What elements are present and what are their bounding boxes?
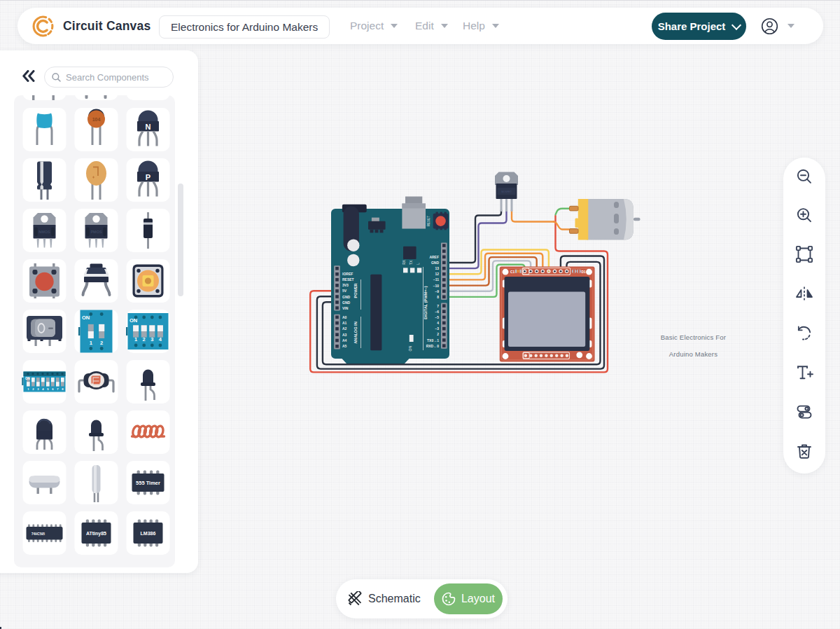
svg-text:MOSFET: MOSFET	[501, 191, 512, 193]
svg-text:~3: ~3	[435, 326, 439, 331]
svg-text:D1: D1	[582, 270, 586, 274]
svg-text:13: 13	[435, 266, 439, 270]
svg-text:RESET: RESET	[342, 277, 354, 282]
svg-text:GND: GND	[342, 300, 351, 305]
svg-text:~6: ~6	[435, 310, 439, 314]
svg-text:P: P	[146, 172, 150, 181]
svg-text:2: 2	[100, 339, 103, 345]
svg-text:NMOS: NMOS	[38, 230, 50, 234]
svg-text:C1: C1	[510, 270, 514, 274]
svg-text:74HC595: 74HC595	[31, 532, 46, 535]
svg-text:TX: TX	[409, 260, 413, 265]
svg-text:TX0→1: TX0→1	[427, 338, 439, 343]
svg-text:IOREF: IOREF	[342, 272, 353, 276]
svg-text:ON: ON	[82, 314, 90, 320]
svg-text:5V: 5V	[342, 289, 347, 293]
svg-text:ON: ON	[408, 346, 412, 352]
svg-text:~10: ~10	[433, 284, 440, 288]
svg-text:A1: A1	[342, 321, 347, 325]
svg-text:GND: GND	[431, 261, 440, 265]
svg-text:L: L	[416, 263, 420, 265]
svg-text:RX: RX	[402, 259, 406, 265]
svg-text:RXD←0: RXD←0	[426, 344, 440, 348]
svg-text:RESET: RESET	[428, 216, 431, 227]
svg-text:1: 1	[134, 336, 137, 343]
svg-text:GND: GND	[342, 295, 351, 299]
svg-text:AREF: AREF	[429, 255, 439, 259]
svg-text:~5: ~5	[435, 315, 439, 319]
svg-text:A4: A4	[342, 338, 347, 343]
svg-text:2: 2	[143, 336, 146, 343]
svg-text:4: 4	[437, 321, 439, 325]
svg-text:104: 104	[92, 116, 101, 121]
svg-text:2: 2	[437, 332, 439, 336]
svg-text:1: 1	[90, 339, 92, 345]
svg-text:7: 7	[437, 304, 439, 308]
svg-text:ATtiny85: ATtiny85	[86, 530, 106, 536]
svg-text:A5: A5	[342, 344, 347, 348]
svg-text:3: 3	[150, 336, 153, 343]
svg-text:8: 8	[437, 295, 439, 299]
svg-text:A3: A3	[342, 333, 347, 337]
svg-text:~11: ~11	[433, 277, 439, 282]
svg-text:DIGITAL (PWM=~): DIGITAL (PWM=~)	[424, 286, 428, 319]
svg-text:12: 12	[435, 272, 439, 276]
svg-text:LM386: LM386	[141, 530, 156, 535]
svg-text:A2: A2	[342, 326, 347, 331]
svg-text:ON: ON	[25, 377, 31, 380]
svg-text:POWER: POWER	[354, 283, 358, 298]
svg-text:A0: A0	[342, 315, 347, 319]
svg-text:~9: ~9	[435, 289, 439, 293]
svg-text:VIN: VIN	[342, 306, 349, 310]
svg-text:3V3: 3V3	[342, 283, 349, 287]
svg-text:ON: ON	[130, 317, 137, 324]
svg-text:N: N	[146, 122, 151, 130]
svg-text:555 Timer: 555 Timer	[136, 479, 160, 485]
svg-text:PMOS: PMOS	[90, 230, 102, 234]
svg-text:ANALOG IN: ANALOG IN	[354, 322, 358, 343]
